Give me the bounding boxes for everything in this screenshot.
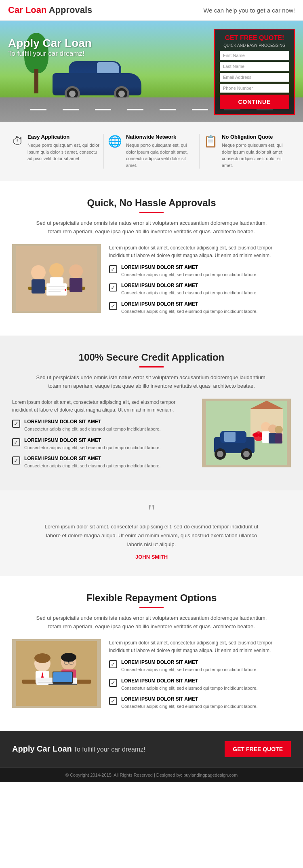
section1-text: Lorem ipsum dolor sit amet, consectetur … — [109, 244, 291, 320]
phone-input[interactable] — [220, 84, 289, 93]
section2-check-1-content: LOREM IPSUM DOLOR SIT AMET Consectetur a… — [24, 419, 161, 433]
hero-text: Apply Car Loan To fulfill your car dream… — [8, 37, 92, 58]
section2-check-3-content: LOREM IPSUM DOLOR SIT AMET Consectetur a… — [24, 456, 161, 469]
section1-check-2: ✓ LOREM IPSUM DOLOR SIT AMET Consectetur… — [109, 283, 291, 296]
continue-button[interactable]: CONTINUE — [220, 95, 289, 109]
check-icon-2: ✓ — [109, 283, 117, 291]
section1-check-3-title: LOREM IPSUM DOLOR SIT AMET — [121, 301, 258, 307]
footer-apply-text: Apply Car Loan — [12, 744, 72, 753]
check-icon-4: ✓ — [12, 420, 20, 428]
svg-rect-32 — [275, 433, 282, 444]
section1-intro: Sed ut perspiciatis unde omnis iste natu… — [30, 219, 273, 236]
section3-check-3: ✓ LOREM IPSUM DOLOR SIT AMET Consectetur… — [109, 696, 291, 710]
footer-cta-text: Apply Car Loan To fulfill your car dream… — [12, 744, 145, 754]
section1-check-3-desc: Consectetur adipis cing elit, sed eiusmo… — [121, 308, 258, 315]
section-secure-credit: 100% Secure Credit Application Sed ut pe… — [0, 336, 303, 490]
svg-point-40 — [61, 653, 76, 662]
footer-cta-button[interactable]: GET FREE QUOTE — [225, 741, 291, 757]
section2-check-3-desc: Consectetur adipis cing elit, sed eiusmo… — [24, 463, 161, 469]
section2-title: 100% Secure Credit Application — [12, 352, 291, 363]
section1-check-1-content: LOREM IPSUM DOLOR SIT AMET Consectetur a… — [121, 264, 258, 278]
copyright-text: © Copyright 2014-2015. All Rights Reserv… — [65, 773, 238, 777]
section3-text: Lorem ipsum dolor sit amet, consectetur … — [109, 639, 291, 715]
feature-easy-text: Neque porro quisquam est, qui dolor ipsu… — [27, 142, 99, 162]
section3-intro: Sed ut perspiciatis unde omnis iste natu… — [30, 614, 273, 631]
check-icon-6: ✓ — [12, 456, 20, 465]
svg-point-36 — [34, 653, 50, 663]
section1-image — [12, 244, 101, 313]
check-icon-3: ✓ — [109, 302, 117, 310]
section2-header: 100% Secure Credit Application Sed ut pe… — [12, 352, 291, 391]
section3-check-1: ✓ LOREM IPSUM DOLOR SIT AMET Consectetur… — [109, 659, 291, 673]
svg-point-13 — [65, 289, 66, 291]
feature-nationwide-text: Neque porro quisquam est, qui dolor ipsu… — [126, 142, 195, 169]
people-signing-svg — [16, 246, 97, 311]
testimonial-section: " Lorem ipsum dolor sit amet, consectetu… — [0, 490, 303, 576]
section2-check-2-content: LOREM IPSUM DOLOR SIT AMET Consectetur a… — [24, 437, 161, 451]
last-name-input[interactable] — [220, 62, 289, 71]
header: Car Loan Approvals We can help you to ge… — [0, 0, 303, 21]
section3-content: Lorem ipsum dolor sit amet, consectetur … — [12, 639, 291, 715]
section3-check-1-desc: Consectetur adipis cing elit, sed eiusmo… — [121, 666, 258, 673]
section1-image-placeholder — [12, 244, 101, 313]
quote-form-box: GET FREE QUOTE! QUICK AND EASY PROCESSIN… — [214, 29, 295, 115]
section2-divider — [139, 366, 164, 367]
section3-check-3-desc: Consectetur adipis cing elit, sed eiusmo… — [121, 703, 258, 710]
svg-rect-50 — [48, 684, 77, 685]
clipboard-icon: 📋 — [204, 135, 218, 148]
hero-subtitle: To fulfill your car dreamz! — [8, 50, 92, 58]
section2-image — [202, 399, 291, 467]
section3-header: Flexible Repayment Options Sed ut perspi… — [12, 592, 291, 631]
testimonial-text: Lorem ipsum dolor sit amet, consectetur … — [38, 522, 265, 549]
section1-check-2-content: LOREM IPSUM DOLOR SIT AMET Consectetur a… — [121, 283, 258, 296]
svg-rect-7 — [69, 278, 82, 292]
feature-no-obligation: 📋 No Obligation Quote Neque porro quisqu… — [199, 134, 295, 169]
feature-no-obligation-title: No Obligation Quote — [222, 134, 291, 140]
section3-check-3-title: LOREM IPSUM DOLOR SIT AMET — [121, 696, 258, 702]
feature-no-obligation-text: Neque porro quisquam est, qui dolor ipsu… — [222, 142, 291, 169]
copyright: © Copyright 2014-2015. All Rights Reserv… — [0, 767, 303, 782]
section3-content-intro: Lorem ipsum dolor sit amet, consectetur … — [109, 639, 291, 655]
tree-trunk — [34, 69, 38, 93]
section1-check-2-desc: Consectetur adipis cing elit, sed eiusmo… — [121, 289, 258, 296]
section3-title: Flexible Repayment Options — [12, 592, 291, 604]
svg-point-31 — [275, 426, 283, 434]
section3-check-1-title: LOREM IPSUM DOLOR SIT AMET — [121, 659, 258, 665]
section1-divider — [139, 212, 164, 213]
section1-header: Quick, No Hassle Approvals Sed ut perspi… — [12, 197, 291, 236]
svg-point-25 — [253, 433, 259, 437]
testimonial-author: JOHN SMITH — [24, 554, 279, 560]
section2-check-2-title: LOREM IPSUM DOLOR SIT AMET — [24, 437, 161, 443]
svg-rect-49 — [53, 672, 72, 682]
feature-easy-application: ⏱ Easy Application Neque porro quisquam … — [8, 134, 103, 169]
check-icon-5: ✓ — [12, 438, 20, 446]
hero-title: Apply Car Loan — [8, 37, 92, 50]
feature-no-obligation-content: No Obligation Quote Neque porro quisquam… — [222, 134, 291, 169]
check-icon-7: ✓ — [109, 660, 117, 668]
section2-content: Lorem ipsum dolor sit amet, consectetur … — [12, 399, 291, 474]
footer-cta: Apply Car Loan To fulfill your car dream… — [0, 731, 303, 767]
svg-point-6 — [69, 264, 83, 278]
section-flexible-repayment: Flexible Repayment Options Sed ut perspi… — [0, 576, 303, 731]
feature-nationwide-title: Nationwide Network — [126, 134, 195, 140]
section1-check-1-title: LOREM IPSUM DOLOR SIT AMET — [121, 264, 258, 270]
section2-check-3: ✓ LOREM IPSUM DOLOR SIT AMET Consectetur… — [12, 456, 194, 469]
feature-nationwide-content: Nationwide Network Neque porro quisquam … — [126, 134, 195, 169]
clock-icon: ⏱ — [12, 135, 23, 148]
first-name-input[interactable] — [220, 51, 289, 60]
svg-rect-19 — [224, 432, 236, 442]
section1-title: Quick, No Hassle Approvals — [12, 197, 291, 209]
quote-mark: " — [24, 507, 279, 516]
section3-check-1-content: LOREM IPSUM DOLOR SIT AMET Consectetur a… — [121, 659, 258, 673]
family-car-svg — [206, 401, 287, 465]
email-input[interactable] — [220, 73, 289, 82]
svg-rect-8 — [46, 283, 67, 296]
features-section: ⏱ Easy Application Neque porro quisquam … — [0, 122, 303, 181]
check-icon-8: ✓ — [109, 679, 117, 687]
section1-check-1-desc: Consectetur adipis cing elit, sed eiusmo… — [121, 271, 258, 278]
section2-check-3-title: LOREM IPSUM DOLOR SIT AMET — [24, 456, 161, 461]
section2-check-1: ✓ LOREM IPSUM DOLOR SIT AMET Consectetur… — [12, 419, 194, 433]
section1-check-3: ✓ LOREM IPSUM DOLOR SIT AMET Consectetur… — [109, 301, 291, 315]
form-subtitle: QUICK AND EASY PROCESSING — [220, 43, 289, 48]
section3-check-2-desc: Consectetur adipis cing elit, sed eiusmo… — [121, 685, 258, 692]
